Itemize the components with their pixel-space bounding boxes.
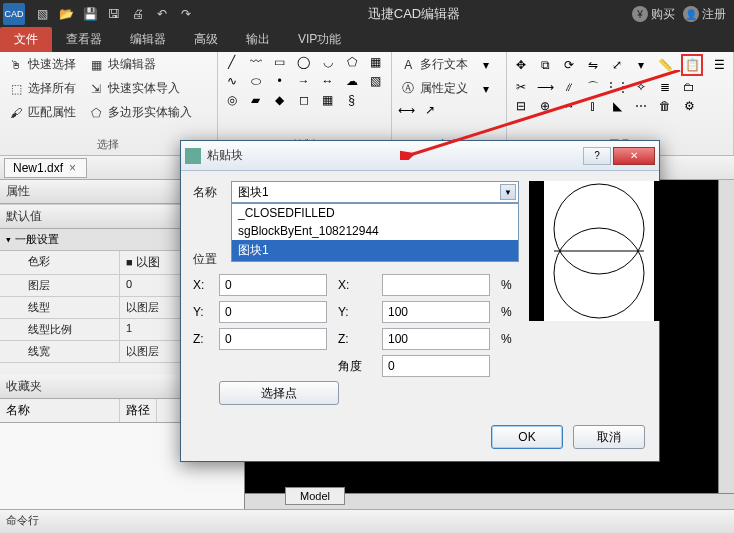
- close-button[interactable]: ✕: [613, 147, 655, 165]
- tab-file[interactable]: 文件: [0, 27, 52, 52]
- ellipse-icon[interactable]: ⬭: [248, 73, 264, 89]
- trace-icon[interactable]: ▰: [248, 92, 264, 108]
- helix-icon[interactable]: §: [344, 92, 360, 108]
- donut-icon[interactable]: ◎: [224, 92, 240, 108]
- copy-icon[interactable]: ⧉: [537, 57, 553, 73]
- align-icon[interactable]: ⫿: [585, 98, 601, 114]
- break-icon[interactable]: ⊟: [513, 98, 529, 114]
- point-icon[interactable]: •: [272, 73, 288, 89]
- rect-icon[interactable]: ▭: [272, 54, 288, 70]
- tab-advanced[interactable]: 高级: [180, 27, 232, 52]
- tab-output[interactable]: 输出: [232, 27, 284, 52]
- paste-block-icon[interactable]: 📋: [684, 57, 700, 73]
- cancel-button[interactable]: 取消: [573, 425, 645, 449]
- xline-icon[interactable]: ↔: [320, 73, 336, 89]
- document-tab[interactable]: New1.dxf ×: [4, 158, 87, 178]
- region-icon[interactable]: ▧: [368, 73, 384, 89]
- polygon-icon[interactable]: ⬠: [344, 54, 360, 70]
- trim-icon[interactable]: ✂: [513, 79, 529, 95]
- help-button[interactable]: ?: [583, 147, 611, 165]
- x-input[interactable]: [219, 274, 327, 296]
- purge-icon[interactable]: 🗑: [657, 98, 673, 114]
- table-icon[interactable]: ▦: [320, 92, 336, 108]
- quick-select-button[interactable]: 🖱快速选择: [6, 54, 78, 75]
- spline-icon[interactable]: ∿: [224, 73, 240, 89]
- dialog-titlebar[interactable]: 粘贴块 ? ✕: [181, 141, 659, 171]
- mtext-button[interactable]: A多行文本: [398, 54, 470, 75]
- fav-col-name[interactable]: 名称: [0, 399, 120, 422]
- angle-label: 角度: [338, 358, 378, 375]
- move-icon[interactable]: ✥: [513, 57, 529, 73]
- print-icon[interactable]: 🖨: [128, 4, 148, 24]
- sz-label: Z:: [338, 332, 378, 346]
- paste-block-dialog: 粘贴块 ? ✕ 名称 图块1▼ _CLOSEDFILLED sgBlockByE…: [180, 140, 660, 462]
- polyline-icon[interactable]: 〰: [248, 54, 264, 70]
- vertical-scrollbar[interactable]: [718, 180, 734, 493]
- y-input[interactable]: [219, 301, 327, 323]
- redo-icon[interactable]: ↷: [176, 4, 196, 24]
- offset-icon[interactable]: ⫽: [561, 79, 577, 95]
- select-point-button[interactable]: 选择点: [219, 381, 339, 405]
- hatch-icon[interactable]: ▦: [368, 54, 384, 70]
- name-combo[interactable]: 图块1▼ _CLOSEDFILLED sgBlockByEnt_10821294…: [231, 181, 519, 203]
- buy-button[interactable]: ¥购买: [632, 6, 675, 23]
- new-icon[interactable]: ▧: [32, 4, 52, 24]
- open-icon[interactable]: 📂: [56, 4, 76, 24]
- measure-icon[interactable]: 📏: [657, 57, 673, 73]
- match-props-button[interactable]: 🖌匹配属性: [6, 102, 78, 123]
- ray-icon[interactable]: →: [296, 73, 312, 89]
- tab-editor[interactable]: 编辑器: [116, 27, 180, 52]
- register-button[interactable]: 👤注册: [683, 6, 726, 23]
- circle-icon[interactable]: ◯: [296, 54, 312, 70]
- sx-input[interactable]: [382, 274, 490, 296]
- model-tab[interactable]: Model: [285, 487, 345, 505]
- dropdown-option-selected[interactable]: 图块1: [232, 240, 518, 261]
- settings-icon[interactable]: ⚙: [681, 98, 697, 114]
- sy-input[interactable]: [382, 301, 490, 323]
- dim-icon[interactable]: ⟷: [398, 102, 414, 118]
- props-icon[interactable]: 🗀: [681, 79, 697, 95]
- undo-icon[interactable]: ↶: [152, 4, 172, 24]
- select-all-button[interactable]: ⬚选择所有: [6, 78, 78, 99]
- chevron-down-icon[interactable]: ▼: [500, 184, 516, 200]
- tab-vip[interactable]: VIP功能: [284, 27, 355, 52]
- array-icon[interactable]: ⋮⋮: [609, 79, 625, 95]
- quick-import-button[interactable]: ⇲快速实体导入: [86, 78, 182, 99]
- tab-viewer[interactable]: 查看器: [52, 27, 116, 52]
- poly-input-button[interactable]: ⬠多边形实体输入: [86, 102, 194, 123]
- attrdef-button[interactable]: Ⓐ属性定义: [398, 78, 470, 99]
- more-icon[interactable]: ⋯: [633, 98, 649, 114]
- block-editor-button[interactable]: ▦块编辑器: [86, 54, 158, 75]
- cloud-icon[interactable]: ☁: [344, 73, 360, 89]
- toggle-icon[interactable]: ☰: [711, 57, 727, 73]
- leader-icon[interactable]: ↗: [422, 102, 438, 118]
- layer-icon[interactable]: ≣: [657, 79, 673, 95]
- join-icon[interactable]: ⊕: [537, 98, 553, 114]
- dropdown-option[interactable]: _CLOSEDFILLED: [232, 204, 518, 222]
- line-icon[interactable]: ╱: [224, 54, 240, 70]
- fillet-icon[interactable]: ⌒: [585, 79, 601, 95]
- fav-col-path[interactable]: 路径: [120, 399, 157, 422]
- z-input[interactable]: [219, 328, 327, 350]
- mirror-icon[interactable]: ⇋: [585, 57, 601, 73]
- chamfer-icon[interactable]: ◣: [609, 98, 625, 114]
- solid-icon[interactable]: ◆: [272, 92, 288, 108]
- wipeout-icon[interactable]: ◻: [296, 92, 312, 108]
- extend-icon[interactable]: ⟶: [537, 79, 553, 95]
- explode-icon[interactable]: ✧: [633, 79, 649, 95]
- attr-dd-icon[interactable]: ▾: [478, 81, 494, 97]
- ok-button[interactable]: OK: [491, 425, 563, 449]
- arc-icon[interactable]: ◡: [320, 54, 336, 70]
- dropdown-option[interactable]: sgBlockByEnt_108212944: [232, 222, 518, 240]
- scale-icon[interactable]: ⤢: [609, 57, 625, 73]
- name-label: 名称: [193, 184, 225, 201]
- angle-input[interactable]: [382, 355, 490, 377]
- saveas-icon[interactable]: 🖫: [104, 4, 124, 24]
- rotate-icon[interactable]: ⟳: [561, 57, 577, 73]
- save-icon[interactable]: 💾: [80, 4, 100, 24]
- text-dd-icon[interactable]: ▾: [478, 57, 494, 73]
- close-tab-icon[interactable]: ×: [69, 161, 76, 175]
- stretch-icon[interactable]: ↔: [561, 98, 577, 114]
- dd1-icon[interactable]: ▾: [633, 57, 649, 73]
- sz-input[interactable]: [382, 328, 490, 350]
